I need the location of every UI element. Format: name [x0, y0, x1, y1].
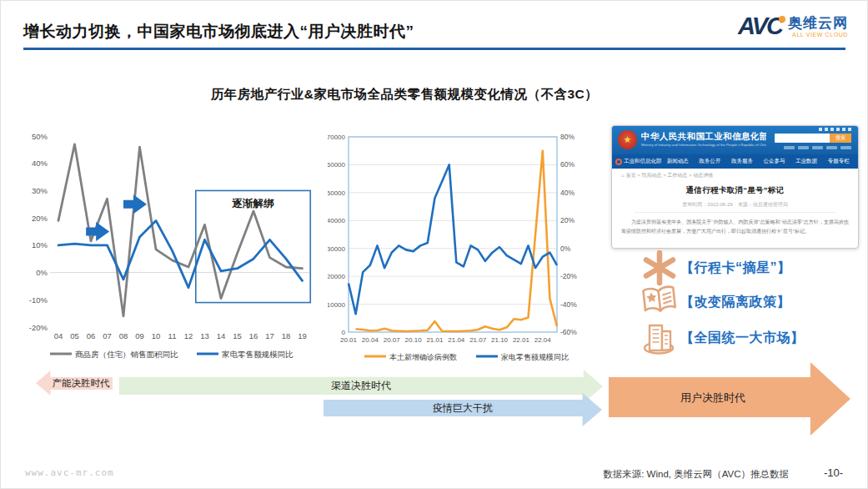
- svg-text:17: 17: [265, 331, 274, 340]
- nav-logo-icon: [615, 159, 622, 165]
- search-button: 搜索: [830, 134, 851, 143]
- svg-text:60%: 60%: [560, 160, 574, 169]
- svg-text:70000: 70000: [328, 134, 346, 141]
- svg-text:50000: 50000: [328, 189, 346, 197]
- miit-article: ⌂首页 > 司局动态 > 工作动态 > 动态详情 通信行程卡取消“星号”标记 发…: [612, 169, 858, 236]
- svg-text:80%: 80%: [560, 133, 574, 141]
- svg-text:本土新增确诊病例数: 本土新增确诊病例数: [389, 353, 457, 361]
- svg-text:30%: 30%: [32, 186, 48, 195]
- svg-text:10: 10: [152, 331, 161, 340]
- article-meta: 发布时间：2022-06-29 来源：信息通信管理局: [635, 201, 835, 213]
- svg-text:商品房（住宅）销售面积同比: 商品房（住宅）销售面积同比: [75, 350, 178, 359]
- asterisk-icon: [639, 249, 680, 287]
- nav-item: 工业和信息化部: [624, 158, 662, 165]
- svg-text:09: 09: [135, 331, 144, 340]
- miit-header: ★ 中华人民共和国工业和信息化部 Ministry of Industry an…: [612, 126, 858, 154]
- svg-text:21.10: 21.10: [491, 336, 509, 344]
- svg-text:22.04: 22.04: [534, 336, 552, 344]
- nav-item: 专题专栏: [822, 158, 855, 165]
- logo-name-en: ALL VIEW CLOUD: [788, 32, 848, 38]
- chart-title: 历年房地产行业&家电市场全品类零售额规模变化情况（不含3C）: [79, 86, 730, 103]
- avc-logo-mark: AVC: [738, 13, 782, 38]
- svg-text:40000: 40000: [328, 217, 346, 224]
- ministry-name-en: Ministry of Industry and Information Tec…: [641, 143, 748, 147]
- svg-text:20000: 20000: [328, 273, 346, 280]
- logo-dot-icon: [779, 16, 785, 23]
- svg-text:16: 16: [249, 331, 258, 340]
- svg-text:10%: 10%: [32, 240, 48, 250]
- bullet-label: 【全国统一大市场】: [680, 330, 805, 347]
- svg-text:30000: 30000: [328, 245, 346, 253]
- page-title: 增长动力切换，中国家电市场彻底进入“用户决胜时代”: [23, 21, 414, 43]
- svg-text:-10%: -10%: [29, 295, 48, 305]
- miit-website-screenshot: ★ 中华人民共和国工业和信息化部 Ministry of Industry an…: [611, 125, 859, 249]
- svg-text:08: 08: [119, 331, 128, 340]
- svg-text:0: 0: [342, 329, 346, 336]
- svg-text:21.04: 21.04: [448, 336, 465, 344]
- svg-text:20.01: 20.01: [340, 336, 358, 344]
- svg-text:04: 04: [54, 331, 63, 340]
- logo-name-cn: 奥维云网: [788, 16, 848, 30]
- nav-item: 公众参与: [758, 158, 790, 165]
- header-quick-links: [784, 146, 851, 149]
- bullet-trip-card: 【行程卡“摘星”】: [639, 250, 791, 285]
- covid-cases-vs-appliance-line-chart: 01000020000300004000050000600007000080%6…: [328, 124, 603, 367]
- nav-item: 工业数据: [790, 158, 823, 165]
- slide: 增长动力切换，中国家电市场彻底进入“用户决胜时代” AVC 奥维云网 ALL V…: [0, 0, 868, 489]
- article-body: 为坚决贯彻落实党中央、国务院关于“外防输入、内防反弹”总策略和“动态清零”总方针…: [621, 218, 849, 236]
- covid-disruption-arrow: 疫情巨大干扰: [324, 393, 602, 426]
- nav-item: 政务服务: [726, 158, 759, 165]
- avc-logo: AVC 奥维云网 ALL VIEW CLOUD: [738, 13, 848, 38]
- svg-text:05: 05: [70, 331, 79, 340]
- svg-text:13: 13: [200, 331, 209, 340]
- svg-text:12: 12: [184, 331, 193, 340]
- article-title: 通信行程卡取消“星号”标记: [621, 185, 849, 196]
- bullet-label: 【改变隔离政策】: [680, 294, 790, 311]
- svg-text:-40%: -40%: [560, 300, 577, 309]
- svg-text:-60%: -60%: [560, 328, 577, 336]
- svg-text:40%: 40%: [560, 189, 574, 197]
- svg-text:11: 11: [168, 331, 177, 340]
- search-input: 搜索: [775, 134, 851, 143]
- footer-data-source: 数据来源: Wind, 奥维云网（AVC）推总数据: [603, 468, 789, 481]
- bullet-unified-market: 【全国统一大市场】: [639, 320, 805, 355]
- svg-text:22.01: 22.01: [513, 336, 530, 344]
- svg-text:60000: 60000: [328, 161, 346, 169]
- title-underline: [23, 48, 845, 50]
- era-capacity-arrow: 产能决胜时代: [36, 371, 113, 396]
- svg-text:0%: 0%: [36, 268, 48, 277]
- book-policy-icon: [639, 285, 680, 320]
- svg-text:20.10: 20.10: [405, 336, 423, 344]
- era-channel-arrow: 渠道决胜时代: [119, 370, 603, 403]
- svg-text:18: 18: [282, 331, 291, 340]
- svg-text:40%: 40%: [32, 159, 48, 168]
- market-building-icon: [639, 320, 680, 356]
- breadcrumb: ⌂首页 > 司局动态 > 工作动态 > 动态详情: [621, 172, 849, 179]
- svg-text:19: 19: [298, 331, 307, 340]
- property-vs-appliance-line-chart: 50%40%30%20%10%0%-10%-20%040506070809101…: [25, 124, 321, 367]
- svg-text:50%: 50%: [32, 132, 48, 141]
- bullet-quarantine-policy: 【改变隔离政策】: [639, 285, 790, 320]
- footer-website-url: www.avc-mr.com: [25, 467, 114, 478]
- era-user-arrow: 用户决胜时代: [609, 362, 850, 436]
- svg-text:07: 07: [103, 331, 112, 340]
- home-icon: ⌂: [621, 173, 625, 178]
- nav-item: 政务公开: [694, 158, 726, 165]
- miit-nav-bar: 工业和信息化部 新闻动态 政务公开 政务服务 公众参与 工业数据 专题专栏: [612, 154, 858, 169]
- nav-item: 新闻动态: [662, 158, 695, 165]
- svg-text:家电零售额规模同比: 家电零售额规模同比: [501, 353, 569, 361]
- svg-text:0%: 0%: [560, 244, 571, 253]
- header-mini-icons: [819, 128, 851, 131]
- page-number: -10-: [824, 466, 843, 479]
- svg-text:家电零售额规模同比: 家电零售额规模同比: [222, 350, 294, 359]
- svg-text:20.07: 20.07: [384, 336, 401, 344]
- svg-text:06: 06: [87, 331, 96, 340]
- ministry-name: 中华人民共和国工业和信息化部: [641, 131, 766, 143]
- svg-text:15: 15: [233, 331, 242, 340]
- national-emblem-icon: ★: [618, 130, 637, 149]
- svg-text:21.07: 21.07: [469, 336, 487, 344]
- svg-text:20%: 20%: [560, 216, 574, 224]
- svg-text:-20%: -20%: [560, 272, 577, 280]
- svg-text:20%: 20%: [32, 214, 48, 223]
- svg-text:14: 14: [217, 331, 226, 340]
